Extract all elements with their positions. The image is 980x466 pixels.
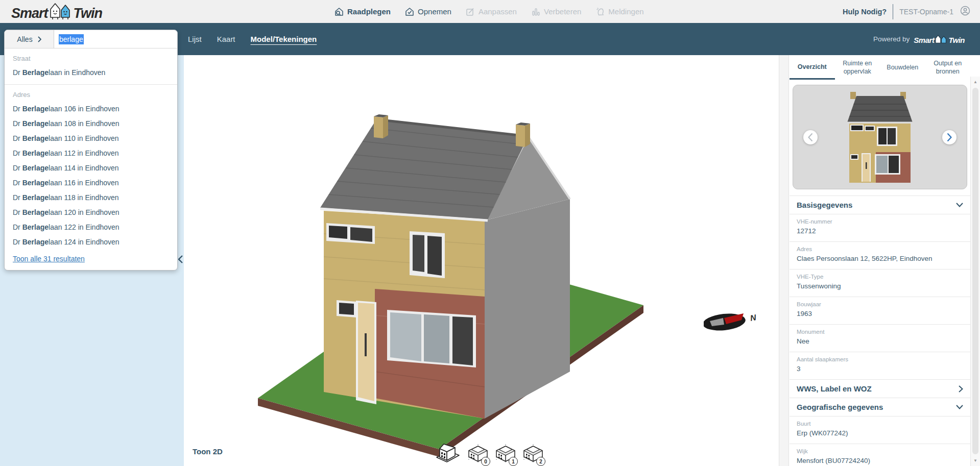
field-value: 1963 bbox=[797, 310, 963, 317]
search-scope-button[interactable]: Alles bbox=[5, 30, 54, 48]
field-value: 12712 bbox=[797, 227, 963, 235]
field-label: Monument bbox=[797, 329, 963, 335]
whole-house-view-button[interactable] bbox=[435, 440, 461, 465]
search-result-item[interactable]: Dr Berlagelaan 124 in Eindhoven bbox=[5, 235, 177, 250]
house-3d-icon bbox=[435, 440, 461, 463]
powered-by: Powered by Smart Twin bbox=[873, 23, 965, 55]
field-label: Buurt bbox=[797, 421, 963, 427]
detail-panel-tabs: OverzichtRuimte en oppervlakBouwdelenOut… bbox=[790, 55, 970, 80]
chimney-left bbox=[374, 114, 388, 138]
bell-icon bbox=[595, 7, 605, 16]
search-result-item[interactable]: Dr Berlagelaan 108 in Eindhoven bbox=[5, 116, 177, 131]
result-group: AdresDr Berlagelaan 106 in EindhovenDr B… bbox=[5, 84, 177, 250]
scroll-down-icon[interactable]: ▼ bbox=[971, 458, 980, 463]
panel-tab-output-en-bronnen[interactable]: Output en bronnen bbox=[925, 55, 971, 80]
field-label: VHE-Type bbox=[797, 274, 963, 280]
scroll-up-icon[interactable]: ▲ bbox=[971, 80, 980, 84]
view-switcher: LijstKaartModel/Tekeningen bbox=[188, 23, 317, 55]
chevron-left-icon bbox=[178, 255, 183, 263]
search-scope-label: Alles bbox=[17, 35, 32, 43]
result-group-label: Adres bbox=[5, 89, 177, 102]
user-label: TEST-Opname-1 bbox=[899, 8, 953, 16]
floor-1-view-button[interactable]: 1 bbox=[495, 444, 516, 465]
search-result-item[interactable]: Dr Berlagelaan 114 in Eindhoven bbox=[5, 161, 177, 176]
search-results-dropdown: StraatDr Berlagelaan in EindhovenAdresDr… bbox=[5, 48, 177, 270]
powered-logo-houses-icon bbox=[935, 34, 948, 44]
field-label: Bouwjaar bbox=[797, 301, 963, 307]
powered-by-logo: Smart Twin bbox=[914, 34, 965, 44]
field-row: MonumentNee bbox=[790, 324, 970, 352]
toon-2d-button[interactable]: Toon 2D bbox=[193, 447, 223, 456]
search-result-item[interactable]: Dr Berlagelaan 112 in Eindhoven bbox=[5, 146, 177, 161]
floor-2-view-button[interactable]: 2 bbox=[523, 444, 543, 465]
view-tab-lijst[interactable]: Lijst bbox=[188, 35, 202, 43]
show-all-results-link[interactable]: Toon alle 31 resultaten bbox=[5, 250, 93, 267]
search-result-item[interactable]: Dr Berlagelaan 118 in Eindhoven bbox=[5, 190, 177, 205]
help-link[interactable]: Hulp Nodig? bbox=[843, 8, 887, 16]
chevron-right-icon bbox=[959, 385, 963, 393]
logo-word-twin: Twin bbox=[74, 5, 103, 22]
view-tools: 012 bbox=[435, 440, 543, 465]
compass-3d[interactable]: N bbox=[704, 308, 762, 338]
search-result-item[interactable]: Dr Berlagelaan 116 in Eindhoven bbox=[5, 176, 177, 190]
search-result-item[interactable]: Dr Berlagelaan 120 in Eindhoven bbox=[5, 205, 177, 220]
nav-item-verbeteren[interactable]: Verbeteren bbox=[531, 7, 581, 16]
top-header: Smart Twin RaadplegenOpnemenAanpassenVer… bbox=[0, 0, 980, 23]
floor-number-badge: 2 bbox=[536, 457, 545, 466]
panel-tab-overzicht[interactable]: Overzicht bbox=[790, 55, 835, 80]
field-label: VHE-nummer bbox=[797, 218, 963, 225]
field-value: Tussenwoning bbox=[797, 282, 963, 290]
logo-houses-icon bbox=[49, 2, 73, 22]
panel-tab-ruimte-en-oppervlak[interactable]: Ruimte en oppervlak bbox=[835, 55, 880, 80]
user-account-icon[interactable] bbox=[960, 5, 971, 18]
field-row: BuurtErp (WK077242) bbox=[790, 416, 970, 444]
carousel-next-button[interactable] bbox=[942, 130, 957, 144]
header-divider bbox=[893, 4, 893, 19]
detail-panel: OverzichtRuimte en oppervlakBouwdelenOut… bbox=[790, 55, 970, 466]
nav-item-meldingen[interactable]: Meldingen bbox=[595, 7, 643, 16]
search-result-item[interactable]: Dr Berlagelaan in Eindhoven bbox=[5, 65, 177, 80]
field-row: Bouwjaar1963 bbox=[790, 297, 970, 324]
pencil-icon bbox=[466, 7, 475, 16]
powered-by-label: Powered by bbox=[873, 35, 910, 43]
panel-scrollbar[interactable]: ▲ ▼ bbox=[970, 77, 980, 466]
field-row: AdresClaes Persoonslaan 12, 5622HP, Eind… bbox=[790, 241, 970, 269]
nav-item-raadplegen[interactable]: Raadplegen bbox=[334, 7, 391, 16]
nav-item-aanpassen[interactable]: Aanpassen bbox=[466, 7, 517, 16]
panel-divider-strip bbox=[779, 55, 789, 466]
view-tab-model-tekeningen[interactable]: Model/Tekeningen bbox=[251, 35, 317, 43]
photo-carousel bbox=[793, 85, 967, 189]
search-result-item[interactable]: Dr Berlagelaan 110 in Eindhoven bbox=[5, 131, 177, 146]
search-result-item[interactable]: Dr Berlagelaan 122 in Eindhoven bbox=[5, 220, 177, 235]
smart-twin-logo[interactable]: Smart Twin bbox=[11, 2, 102, 22]
model-3d-view[interactable]: N Toon 2D 012 bbox=[184, 55, 779, 466]
field-value: Nee bbox=[797, 337, 963, 345]
header-nav: RaadplegenOpnemenAanpassenVerbeterenMeld… bbox=[334, 0, 644, 23]
search-query-selected-text: berlage bbox=[59, 34, 84, 44]
section-wws-label-woz[interactable]: WWS, Label en WOZ bbox=[790, 379, 970, 398]
field-row: VHE-TypeTussenwoning bbox=[790, 269, 970, 297]
floor-number-badge: 1 bbox=[509, 457, 518, 466]
section-basisgegevens[interactable]: Basisgegevens bbox=[790, 195, 970, 214]
view-tab-kaart[interactable]: Kaart bbox=[217, 35, 235, 43]
chevron-left-icon bbox=[808, 133, 813, 142]
house-check-icon bbox=[405, 7, 414, 16]
scrollbar-thumb[interactable] bbox=[972, 88, 978, 454]
chevron-right-icon bbox=[38, 36, 41, 42]
house-3d-model[interactable] bbox=[184, 55, 779, 466]
nav-item-opnemen[interactable]: Opnemen bbox=[405, 7, 451, 16]
carousel-prev-button[interactable] bbox=[803, 130, 818, 144]
floor-0-view-button[interactable]: 0 bbox=[468, 444, 488, 465]
field-row: VHE-nummer12712 bbox=[790, 214, 970, 241]
compass-north-label: N bbox=[750, 313, 757, 323]
floor-number-badge: 0 bbox=[481, 457, 490, 466]
panel-tab-bouwdelen[interactable]: Bouwdelen bbox=[880, 55, 925, 80]
result-group-label: Straat bbox=[5, 53, 177, 65]
field-value: Mensfort (BU07724240) bbox=[797, 457, 963, 464]
result-group: StraatDr Berlagelaan in Eindhoven bbox=[5, 48, 177, 80]
search-input[interactable]: berlage bbox=[54, 30, 177, 48]
field-label: Aantal slaapkamers bbox=[797, 356, 963, 362]
header-right: Hulp Nodig? TEST-Opname-1 bbox=[843, 0, 971, 23]
section-geografische-gegevens[interactable]: Geografische gegevens bbox=[790, 398, 970, 416]
search-result-item[interactable]: Dr Berlagelaan 106 in Eindhoven bbox=[5, 102, 177, 116]
